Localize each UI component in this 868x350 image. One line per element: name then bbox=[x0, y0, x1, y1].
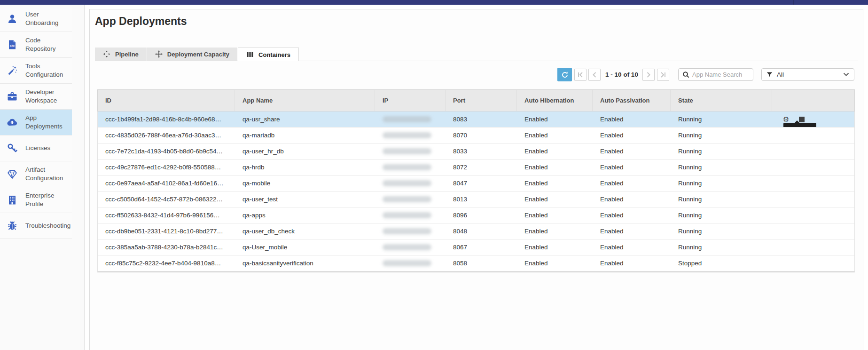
table-body: ccc-1b499fa1-2d98-416b-8c4b-960e68…qa-us… bbox=[97, 111, 855, 272]
cell-id: ccc-ff502633-8432-41d4-97b6-996156… bbox=[98, 207, 235, 223]
cell-port: 8072 bbox=[446, 159, 517, 175]
cell-auto-passivation: Enabled bbox=[593, 127, 671, 143]
hibernate-stop-icon[interactable] bbox=[799, 117, 805, 122]
cell-id: ccc-f85c75c2-9232-4ee7-b404-9810a8… bbox=[98, 255, 235, 271]
sidebar-item-label: Artifact Configuration bbox=[25, 166, 69, 182]
cell-row-actions bbox=[772, 255, 854, 271]
cell-id: ccc-7e72c1da-4193-4b05-b8d0-6b9c54… bbox=[98, 143, 235, 159]
sidebar-item-troubleshooting[interactable]: Troubleshooting bbox=[0, 213, 72, 239]
sidebar-item-enterprise-profile[interactable]: Enterprise Profile bbox=[0, 187, 72, 213]
bug-icon bbox=[7, 220, 18, 231]
table-row[interactable]: ccc-db9be051-2331-4121-8c10-8bd277…qa-us… bbox=[98, 223, 854, 239]
redacted-ip-blur bbox=[383, 212, 431, 218]
pagination-first-button[interactable] bbox=[574, 69, 586, 81]
cell-ip-redacted bbox=[375, 239, 446, 255]
redacted-ip-blur bbox=[383, 228, 431, 234]
table-row[interactable]: ccc-0e97aea4-a5af-4102-86a1-fd60e16…qa-m… bbox=[98, 175, 854, 191]
table-row[interactable]: ccc-1b499fa1-2d98-416b-8c4b-960e68…qa-us… bbox=[98, 111, 854, 127]
pagination-next-button[interactable] bbox=[642, 69, 655, 81]
building-icon bbox=[7, 194, 18, 206]
table-row[interactable]: ccc-385aa5ab-3788-4230-b78a-b2841c…qa-Us… bbox=[98, 239, 854, 255]
cell-auto-hibernation: Enabled bbox=[517, 127, 593, 143]
sidebar-item-code-repository[interactable]: </> Code Repository bbox=[0, 32, 72, 58]
column-header-state[interactable]: State bbox=[671, 90, 772, 111]
sidebar-item-licenses[interactable]: Licenses bbox=[0, 135, 72, 161]
app-name-search-input[interactable] bbox=[692, 71, 748, 78]
cell-state: Running bbox=[671, 207, 772, 223]
table-row[interactable]: ccc-7e72c1da-4193-4b05-b8d0-6b9c54…qa-us… bbox=[98, 143, 854, 159]
cell-auto-hibernation: Enabled bbox=[517, 159, 593, 175]
redacted-ip-blur bbox=[383, 196, 431, 202]
cell-app-name: qa-user_hr_db bbox=[235, 143, 375, 159]
redacted-ip-blur bbox=[383, 148, 431, 154]
cell-state: Running bbox=[671, 239, 772, 255]
cell-id: ccc-db9be051-2331-4121-8c10-8bd277… bbox=[98, 223, 235, 239]
briefcase-icon bbox=[7, 91, 18, 102]
magic-wand-icon bbox=[7, 65, 18, 76]
key-icon bbox=[7, 143, 18, 154]
tab-label: Containers bbox=[258, 51, 290, 58]
cell-row-actions bbox=[772, 175, 854, 191]
cell-ip-redacted bbox=[375, 175, 446, 191]
table-row[interactable]: ccc-4835d026-788f-46ea-a76d-30aac3…qa-ma… bbox=[98, 127, 854, 143]
filter-selected-value: All bbox=[777, 71, 839, 78]
sidebar-item-app-deployments[interactable]: App Deployments bbox=[0, 110, 72, 135]
code-file-icon: </> bbox=[7, 39, 18, 50]
table-row[interactable]: ccc-f85c75c2-9232-4ee7-b404-9810a8…qa-ba… bbox=[98, 255, 854, 271]
cell-ip-redacted bbox=[375, 223, 446, 239]
sidebar-item-tools-configuration[interactable]: Tools Configuration bbox=[0, 58, 72, 84]
redacted-ip-blur bbox=[383, 244, 431, 250]
cell-port: 8013 bbox=[446, 191, 517, 207]
table-row[interactable]: ccc-49c27876-ed1c-4292-b0f8-550588…qa-hr… bbox=[98, 159, 854, 175]
cell-app-name: qa-usr_share bbox=[235, 111, 375, 127]
cell-id: ccc-0e97aea4-a5af-4102-86a1-fd60e16… bbox=[98, 175, 235, 191]
sidebar-item-label: App Deployments bbox=[25, 114, 69, 130]
column-header-id[interactable]: ID bbox=[98, 90, 235, 111]
cell-auto-hibernation: Enabled bbox=[517, 255, 593, 271]
column-header-auto-passivation[interactable]: Auto Passivation bbox=[593, 90, 671, 111]
cell-row-actions: ⚙Hibernate bbox=[772, 111, 854, 127]
cell-state: Stopped bbox=[671, 255, 772, 271]
cell-ip-redacted bbox=[375, 111, 446, 127]
pagination-last-button[interactable] bbox=[657, 69, 669, 81]
tab-containers[interactable]: Containers bbox=[238, 48, 299, 61]
cell-auto-passivation: Enabled bbox=[593, 239, 671, 255]
cell-app-name: qa-User_mobile bbox=[235, 239, 375, 255]
column-header-ip[interactable]: IP bbox=[375, 90, 446, 111]
refresh-button[interactable] bbox=[557, 68, 572, 81]
redacted-ip-blur bbox=[383, 260, 431, 266]
cloud-upload-icon bbox=[7, 117, 18, 128]
pipeline-icon bbox=[103, 50, 110, 58]
cell-port: 8058 bbox=[446, 255, 517, 271]
cell-app-name: qa-apps bbox=[235, 207, 375, 223]
column-header-auto-hibernation[interactable]: Auto Hibernation bbox=[517, 90, 593, 111]
tab-pipeline[interactable]: Pipeline bbox=[95, 48, 147, 61]
sidebar-item-label: Code Repository bbox=[25, 36, 69, 53]
sidebar-item-artifact-configuration[interactable]: Artifact Configuration bbox=[0, 161, 72, 187]
top-navbar-divider bbox=[793, 0, 794, 5]
table-row[interactable]: ccc-c5050d64-1452-4c57-872b-086322…qa-us… bbox=[98, 191, 854, 207]
cell-auto-passivation: Enabled bbox=[593, 175, 671, 191]
tab-deployment-capacity[interactable]: Deployment Capacity bbox=[147, 48, 237, 61]
cell-auto-passivation: Enabled bbox=[593, 255, 671, 271]
cell-row-actions bbox=[772, 127, 854, 143]
cell-row-actions bbox=[772, 191, 854, 207]
cell-auto-hibernation: Enabled bbox=[517, 175, 593, 191]
column-header-port[interactable]: Port bbox=[446, 90, 517, 111]
diamond-icon bbox=[7, 168, 18, 180]
redacted-ip-blur bbox=[383, 164, 431, 170]
column-header-app-name[interactable]: App Name bbox=[235, 90, 375, 111]
tabstrip-divider bbox=[95, 61, 858, 61]
funnel-icon bbox=[766, 72, 773, 78]
sidebar-item-user-onboarding[interactable]: User Onboarding bbox=[0, 6, 72, 32]
search-box bbox=[678, 68, 753, 81]
table-row[interactable]: ccc-ff502633-8432-41d4-97b6-996156…qa-ap… bbox=[98, 207, 854, 223]
cell-row-actions bbox=[772, 207, 854, 223]
cell-id: ccc-49c27876-ed1c-4292-b0f8-550588… bbox=[98, 159, 235, 175]
cell-port: 8083 bbox=[446, 111, 517, 127]
redacted-ip-blur bbox=[383, 132, 431, 138]
sidebar-item-developer-workspace[interactable]: Developer Workspace bbox=[0, 84, 72, 110]
cell-id: ccc-4835d026-788f-46ea-a76d-30aac3… bbox=[98, 127, 235, 143]
filter-dropdown[interactable]: All bbox=[761, 68, 854, 81]
pagination-prev-button[interactable] bbox=[588, 69, 601, 81]
